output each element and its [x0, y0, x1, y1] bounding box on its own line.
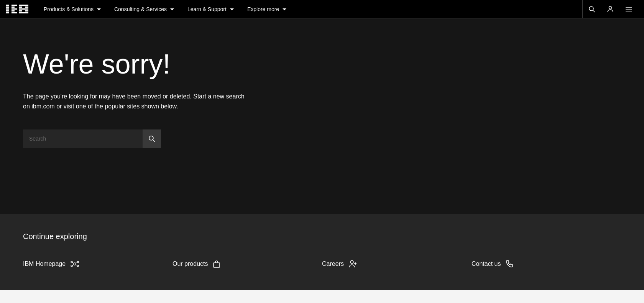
search-icon: [588, 5, 596, 13]
svg-rect-2: [6, 8, 9, 10]
svg-rect-12: [25, 7, 28, 8]
continue-exploring-section: Continue exploring IBM Homepage: [0, 214, 644, 290]
search-form: [23, 129, 161, 148]
svg-rect-8: [12, 10, 15, 11]
chevron-down-icon-3: [281, 6, 288, 12]
svg-rect-0: [6, 5, 9, 6]
menu-button[interactable]: [619, 0, 638, 18]
careers-icon: [348, 259, 358, 269]
nav-learn-support[interactable]: Learn & Support: [181, 0, 241, 18]
navbar: Products & Solutions Consulting & Servic…: [0, 0, 644, 18]
svg-point-19: [609, 6, 612, 9]
svg-line-30: [72, 263, 74, 264]
chevron-down-icon-1: [169, 6, 175, 12]
contact-us-icon: [505, 260, 514, 268]
explore-links: IBM Homepage Our products: [23, 256, 621, 272]
main-content: We're sorry! The page you're looking for…: [0, 18, 644, 214]
user-profile-button[interactable]: [601, 0, 619, 18]
svg-rect-15: [25, 10, 28, 11]
search-submit-button[interactable]: [143, 129, 161, 148]
error-title: We're sorry!: [23, 49, 621, 79]
svg-rect-10: [19, 5, 28, 6]
ibm-homepage-link[interactable]: IBM Homepage: [23, 256, 172, 272]
footer: Products & Solutions Learn about Popular…: [0, 290, 644, 303]
svg-rect-13: [19, 8, 28, 10]
ibm-homepage-icon: [70, 259, 79, 269]
svg-point-35: [350, 260, 353, 264]
svg-line-31: [76, 263, 77, 264]
careers-label: Careers: [322, 260, 344, 267]
svg-rect-6: [12, 7, 15, 8]
svg-line-32: [72, 265, 74, 265]
svg-rect-1: [6, 7, 9, 8]
search-button[interactable]: [583, 0, 601, 18]
svg-point-29: [77, 265, 79, 267]
svg-rect-4: [6, 12, 9, 13]
svg-rect-5: [12, 5, 17, 6]
svg-line-33: [76, 265, 77, 265]
svg-rect-11: [19, 7, 22, 8]
svg-rect-16: [19, 12, 28, 13]
contact-us-label: Contact us: [472, 260, 501, 267]
svg-rect-34: [214, 263, 220, 267]
search-submit-icon: [148, 135, 156, 142]
ibm-homepage-label: IBM Homepage: [23, 260, 66, 267]
svg-rect-14: [19, 10, 22, 11]
svg-line-18: [593, 10, 595, 12]
chevron-down-icon-0: [96, 6, 102, 12]
continue-exploring-title: Continue exploring: [23, 232, 621, 241]
navbar-right: [583, 0, 638, 18]
svg-rect-7: [12, 8, 17, 10]
user-icon: [606, 5, 614, 13]
our-products-icon: [212, 260, 221, 268]
svg-line-24: [153, 140, 155, 142]
svg-rect-3: [6, 10, 9, 11]
svg-point-26: [71, 261, 72, 263]
ibm-logo[interactable]: [6, 5, 28, 13]
svg-point-28: [71, 265, 72, 267]
svg-point-17: [589, 7, 593, 11]
svg-rect-9: [12, 12, 17, 13]
nav-products-solutions[interactable]: Products & Solutions: [38, 0, 108, 18]
nav-explore-more[interactable]: Explore more: [241, 0, 294, 18]
error-description: The page you're looking for may have bee…: [23, 92, 245, 111]
svg-point-23: [149, 136, 153, 140]
svg-point-27: [77, 261, 79, 263]
contact-us-link[interactable]: Contact us: [472, 256, 621, 272]
hamburger-icon: [625, 5, 632, 13]
our-products-link[interactable]: Our products: [172, 256, 322, 272]
svg-point-25: [74, 263, 76, 265]
search-input[interactable]: [23, 131, 143, 146]
careers-link[interactable]: Careers: [322, 256, 472, 272]
our-products-label: Our products: [172, 260, 208, 267]
nav-consulting-services[interactable]: Consulting & Services: [108, 0, 181, 18]
chevron-down-icon-2: [229, 6, 235, 12]
